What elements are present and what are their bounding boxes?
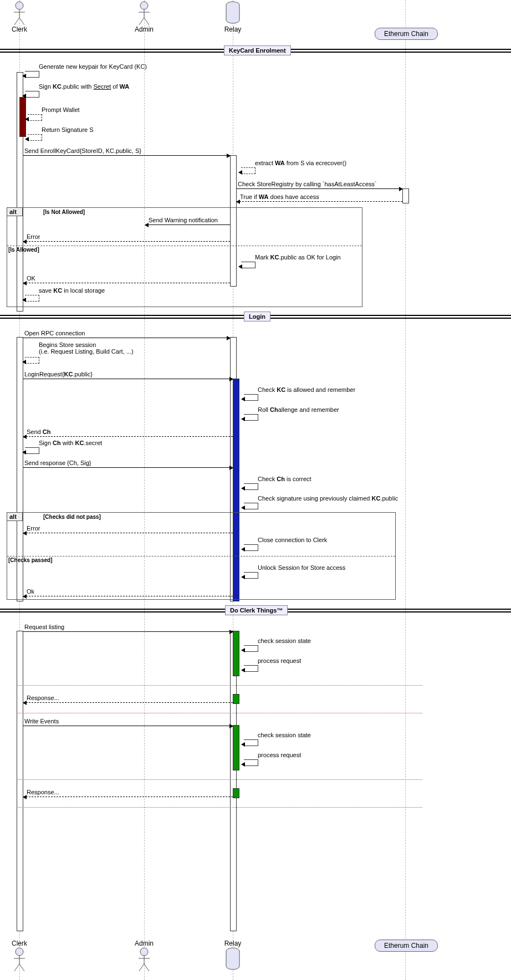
msg-close-conn: Close connection to Clerk <box>258 537 327 543</box>
msg-send-resp: Send response {Ch, Sig} <box>23 459 233 468</box>
svg-line-3 <box>14 18 19 25</box>
msg-check-registry: Check StoreRegistry by calling `hasAtLea… <box>237 180 402 189</box>
actor-admin: Admin <box>130 1 158 33</box>
stick-figure-icon <box>137 1 151 25</box>
msg-open-rpc: Open RPC connection <box>23 329 230 338</box>
actor-relay-label: Relay <box>224 25 242 33</box>
actor-clerk-bottom: Clerk <box>6 940 33 972</box>
msg-warn: Send Warning notification <box>145 216 230 225</box>
svg-line-14 <box>14 964 19 971</box>
msg-unlock: Unlock Session for Store access <box>258 564 345 571</box>
database-icon <box>225 1 241 25</box>
svg-line-19 <box>139 964 144 971</box>
stick-figure-icon <box>13 1 26 25</box>
svg-point-5 <box>140 2 148 9</box>
svg-point-0 <box>16 2 23 9</box>
svg-line-9 <box>144 18 149 25</box>
msg-true-if: True if WA does have access <box>237 193 402 202</box>
msg-sign-ch: Sign Ch with KC.secret <box>39 440 102 446</box>
msg-extract-wa: extract WA from S via ecrecover() <box>255 160 346 166</box>
msg-write-events: Write Events <box>23 717 233 726</box>
msg-proc-req-2: process request <box>258 752 301 758</box>
msg-error-enrol: Error <box>23 233 230 242</box>
actor-admin-label: Admin <box>135 25 154 33</box>
msg-ok-enrol: OK <box>23 274 230 283</box>
msg-check-ch: Check Ch is correct <box>258 476 311 482</box>
msg-save-kc: save KC in local storage <box>39 287 105 294</box>
msg-login-error: Error <box>23 524 233 533</box>
svg-point-11 <box>16 948 23 956</box>
msg-prompt-wallet: Prompt Wallet <box>42 106 80 113</box>
actor-chain: Etherum Chain <box>375 28 438 40</box>
msg-check-session-2: check session state <box>258 732 311 738</box>
msg-mark-ok: Mark KC.public as OK for Login <box>255 254 341 261</box>
msg-req-listing: Request listing <box>23 623 233 632</box>
msg-roll-ch: Roll Challenge and remember <box>258 406 339 413</box>
msg-begins: Begins Store session(i.e. Request Listin… <box>39 341 134 355</box>
msg-gen-keypair: Generate new keypair for KeyCard (KC) <box>39 63 147 70</box>
msg-send-enroll: Send EnrollKeyCard{StoreID, KC.public, S… <box>23 147 230 156</box>
msg-login-ok: Ok <box>23 588 233 596</box>
msg-sign-public: Sign KC.public with Secret of WA <box>39 83 129 90</box>
msg-response-1: Response... <box>23 694 233 703</box>
msg-login-req: LoginRequest{KC.public} <box>23 370 233 379</box>
svg-line-15 <box>19 964 24 971</box>
svg-line-20 <box>144 964 149 971</box>
msg-check-session-1: check session state <box>258 637 311 644</box>
msg-check-kc: Check KC is allowed and remember <box>258 386 355 393</box>
actor-chain-bottom: Etherum Chain <box>375 940 438 952</box>
msg-send-ch: Send Ch <box>23 428 233 437</box>
actor-relay-bottom: Relay <box>219 940 247 972</box>
section-things: Do Clerk Things™ <box>225 605 288 615</box>
msg-response-2: Response... <box>23 788 233 797</box>
msg-proc-req-1: process request <box>258 657 301 664</box>
section-login: Login <box>244 312 270 321</box>
actor-relay: Relay <box>219 1 247 33</box>
msg-return-sig: Return Signature S <box>42 126 94 133</box>
actor-admin-bottom: Admin <box>130 940 158 972</box>
svg-line-4 <box>19 18 24 25</box>
msg-check-sig: Check signature using previously claimed… <box>258 495 398 502</box>
actor-clerk: Clerk <box>6 1 33 33</box>
section-enrolment: KeyCard Enrolment <box>224 45 291 55</box>
actor-clerk-label: Clerk <box>12 25 27 33</box>
svg-line-8 <box>139 18 144 25</box>
svg-point-16 <box>140 948 148 956</box>
